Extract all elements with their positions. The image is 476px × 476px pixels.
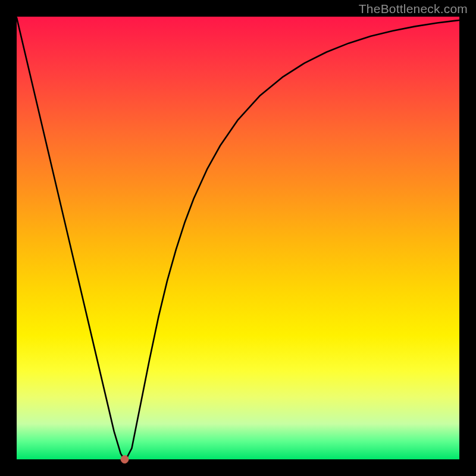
watermark-label: TheBottleneck.com [359,2,468,16]
curve-minimum-dot [121,456,129,464]
bottleneck-curve-svg [17,17,459,459]
bottleneck-curve-path [17,17,459,458]
chart-container: TheBottleneck.com [0,0,476,476]
